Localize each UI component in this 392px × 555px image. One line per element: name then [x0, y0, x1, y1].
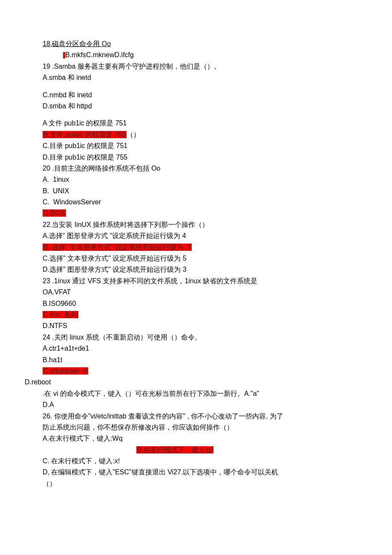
q20-d-row: D.DOS — [43, 208, 349, 219]
q22-c: C.选择" 文本登录方式" 设定系统开始运行级为 5 — [43, 253, 349, 264]
q24-b: B.ha1t — [43, 355, 349, 366]
q26-a: A.在末行模式下，键入:Wq — [43, 433, 349, 444]
q22-a: A.选择" 图形登录方式 "设定系统开始运行级为 4 — [43, 230, 349, 241]
perm-paren: （） — [127, 131, 140, 138]
q22-d: D.选择" 图形登录方式" 设定系统开始运行级为 3 — [43, 264, 349, 275]
q24-stem: 24 .关闭 Iinux 系统（不重新启动）可使用（）命令。 — [43, 332, 349, 343]
q26-stem2: 防止系统出问题，你不想保存所修改内容，你应该如何操作（） — [43, 422, 349, 433]
q20-stem: 20 .目前主流的网络操作系统不包括 Oo — [43, 163, 349, 174]
q26-b-row: B.在末行模式下，键入:q! — [43, 445, 349, 456]
q18-options: B.mkfsC.mknewD.ifcfg — [43, 49, 349, 61]
q26-d: D, 在编辑模式下，键入"ESC"键直接退出 Vi27.以下选项中，哪个命令可以… — [43, 467, 349, 478]
q24-c-highlight: C.shutdown -h — [43, 367, 88, 375]
q18-options-text: B.mkfsC.mknewD.ifcfg — [65, 51, 134, 58]
q19-c: C.nmbd 和 inetd — [43, 90, 349, 101]
q23-d: D.NTFS — [43, 320, 349, 331]
document-page: 18,磁盘分区命令用 Oo B.mkfsC.mknewD.ifcfg 19 .S… — [0, 0, 392, 515]
q26-stem1: 26. 你使用命令"vi/etc/inittab 查看该文件的内容" , 你不小… — [43, 411, 349, 422]
q24-d: D.reboot — [25, 377, 349, 388]
q22-b-row: B. 选择 "文本登录方式" 设定系统开始运行级为 3 — [43, 242, 349, 253]
q27-paren: （） — [43, 478, 349, 489]
q23-b: B.ISO9660 — [43, 298, 349, 309]
q18-title: 18,磁盘分区命令用 Oo — [43, 38, 349, 49]
q23-stem: 23 .1inux 通过 VFS 支持多种不同的文件系统，1inux 缺省的文件… — [43, 276, 349, 287]
q22-b-highlight: B. 选择 "文本登录方式" 设定系统开始运行级为 3 — [43, 244, 192, 251]
q25-d: D.A — [43, 399, 349, 410]
q20-c: C. WindowsServer — [43, 197, 349, 208]
q23-c-highlight: C.Ext 系列 — [43, 311, 78, 318]
q20-a: A. 1inux — [43, 174, 349, 185]
perm-d: D.目录 pub1ic 的权限是 755 — [43, 152, 349, 163]
q24-a: A.ctr1+a1t+de1 — [43, 343, 349, 354]
perm-b-highlight: B.文件 public 的权限是 755 — [43, 131, 127, 138]
perm-a: A 文件 pub1ic 的权限是 751 — [43, 118, 349, 129]
q20-b: B. UNIX — [43, 186, 349, 197]
perm-b-row: B.文件 public 的权限是 755（） — [43, 129, 349, 140]
q26-c: C. 在末行模式下，键入:x! — [43, 456, 349, 467]
q24-c-row: C.shutdown -h — [43, 366, 349, 377]
q22-stem: 22.当安装 IinUX 操作系统时将选择下列那一个操作（） — [43, 219, 349, 230]
q23-c-row: C.Ext 系列 — [43, 309, 349, 320]
q20-d-highlight: D.DOS — [43, 209, 66, 217]
q19-stem: 19 .Samba 服务器主要有两个守护进程控制，他们是（）。 — [43, 61, 349, 72]
q26-b-highlight: B.在末行模式下，键入:q! — [136, 446, 213, 453]
q25-stem: .在 vi 的命令模式下，键入（）可在光标当前所在行下添加一新行。A."a" — [43, 388, 349, 399]
q19-d: D.smba 和 httpd — [43, 101, 349, 112]
q23-a: OA.VFAT — [43, 287, 349, 298]
perm-c: C.目录 pub1ic 的权限是 751 — [43, 140, 349, 151]
q19-a: A.smba 和 inetd — [43, 72, 349, 83]
